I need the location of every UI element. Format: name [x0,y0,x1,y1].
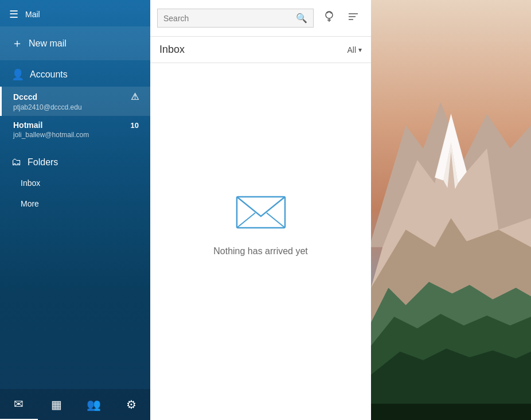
mountain-background [371,0,531,420]
svg-rect-18 [371,404,531,420]
hotmail-badge: 10 [131,121,139,130]
calendar-nav-icon: ▦ [51,398,62,411]
inbox-filter[interactable]: All ▾ [347,45,362,55]
filter-icon-button[interactable] [318,7,340,29]
nav-mail[interactable]: ✉ [0,389,38,420]
svg-rect-6 [237,197,285,228]
account-name-hotmail: Hotmail 10 [13,120,139,130]
people-nav-icon: 👥 [87,398,101,411]
empty-envelope-icon [235,192,287,235]
chevron-down-icon: ▾ [358,46,362,54]
toolbar-icons [318,7,364,29]
account-item-dcccd[interactable]: Dcccd ⚠ ptjab2410@dcccd.edu [0,87,150,116]
inbox-header: Inbox All ▾ [150,37,371,63]
search-bar: 🔍 [150,0,371,37]
svg-point-0 [326,11,333,18]
empty-state: Nothing has arrived yet [150,63,371,420]
folder-item-more[interactable]: More [0,193,150,214]
folder-icon: 🗂 [11,156,22,168]
account-name-dcccd: Dcccd ⚠ [13,91,139,102]
hamburger-icon[interactable]: ☰ [9,8,18,21]
accounts-label: Accounts [30,69,68,80]
search-input-wrapper[interactable]: 🔍 [157,9,314,28]
sidebar: ☰ Mail ＋ New mail 👤 Accounts Dcccd ⚠ ptj… [0,0,150,420]
warning-icon: ⚠ [131,91,139,102]
new-mail-button[interactable]: ＋ New mail [0,26,150,60]
app-title: Mail [25,10,40,19]
sort-icon-button[interactable] [342,7,364,29]
new-mail-label: New mail [29,38,67,49]
account-email-dcccd: ptjab2410@dcccd.edu [13,103,139,111]
notification-filter-icon [323,10,335,23]
accounts-section-header: 👤 Accounts [0,60,150,87]
nav-people[interactable]: 👥 [75,389,113,420]
bottom-nav: ✉ ▦ 👥 ⚙ [0,389,150,420]
sort-icon [347,10,360,23]
filter-label: All [347,45,356,55]
middle-panel: 🔍 Inbox All [150,0,371,420]
search-input[interactable] [163,14,296,23]
nav-settings[interactable]: ⚙ [113,389,151,420]
account-email-hotmail: joli_ballew@hotmail.com [13,131,139,139]
folders-section: 🗂 Folders Inbox More [0,149,150,214]
nav-calendar[interactable]: ▦ [38,389,76,420]
search-button[interactable]: 🔍 [296,13,307,24]
folders-header: 🗂 Folders [0,149,150,173]
empty-message: Nothing has arrived yet [213,246,308,256]
compose-icon: ＋ [11,36,23,51]
sidebar-header: ☰ Mail [0,0,150,26]
inbox-title: Inbox [159,44,185,56]
settings-nav-icon: ⚙ [126,398,136,411]
person-icon: 👤 [11,68,24,81]
folder-item-inbox[interactable]: Inbox [0,173,150,193]
account-item-hotmail[interactable]: Hotmail 10 joli_ballew@hotmail.com [0,116,150,143]
folders-label: Folders [28,157,58,168]
mail-nav-icon: ✉ [14,397,24,411]
right-panel [371,0,531,420]
